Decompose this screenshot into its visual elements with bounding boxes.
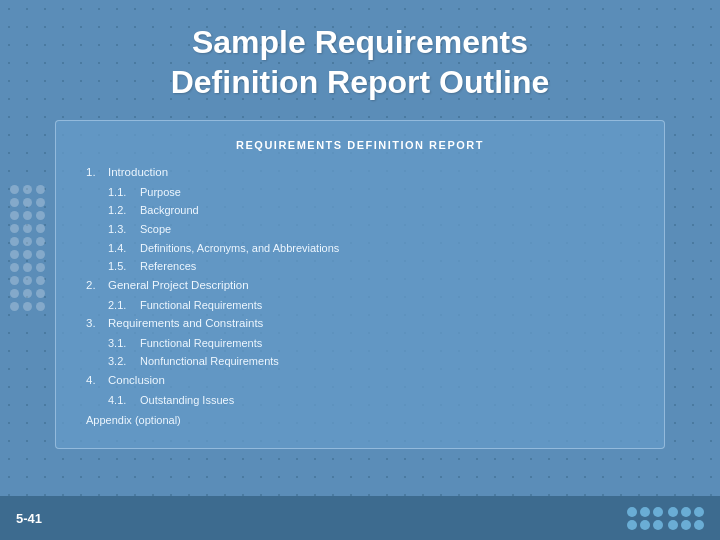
- list-item: 3.2. Nonfunctional Requirements: [86, 352, 634, 371]
- list-item: 4. Conclusion: [86, 371, 634, 391]
- title-line2: Definition Report Outline: [171, 64, 550, 100]
- bottom-right-decoration: [627, 507, 704, 530]
- dot: [694, 507, 704, 517]
- dot: [640, 520, 650, 530]
- document-header: Requirements Definition Report: [86, 139, 634, 151]
- list-item: 1.3. Scope: [86, 220, 634, 239]
- bottom-bar: 5-41: [0, 496, 720, 540]
- list-item: 1.2. Background: [86, 201, 634, 220]
- dot: [694, 520, 704, 530]
- dot-group-2: [668, 507, 704, 530]
- title-area: Sample Requirements Definition Report Ou…: [0, 0, 720, 120]
- dot: [668, 520, 678, 530]
- dot: [640, 507, 650, 517]
- document-card: Requirements Definition Report 1. Introd…: [55, 120, 665, 449]
- list-item: 3.1. Functional Requirements: [86, 334, 634, 353]
- list-item: 2. General Project Description: [86, 276, 634, 296]
- list-item: 4.1. Outstanding Issues: [86, 391, 634, 410]
- title-line1: Sample Requirements: [192, 24, 528, 60]
- slide-number: 5-41: [16, 511, 42, 526]
- dot: [627, 507, 637, 517]
- list-item: 2.1. Functional Requirements: [86, 296, 634, 315]
- slide-title: Sample Requirements Definition Report Ou…: [60, 22, 660, 102]
- dot: [668, 507, 678, 517]
- list-item: 1. Introduction: [86, 163, 634, 183]
- outline-list: 1. Introduction 1.1. Purpose 1.2. Backgr…: [86, 163, 634, 430]
- list-item: 3. Requirements and Constraints: [86, 314, 634, 334]
- main-content: Sample Requirements Definition Report Ou…: [0, 0, 720, 540]
- dot: [627, 520, 637, 530]
- dot: [653, 507, 663, 517]
- dot: [653, 520, 663, 530]
- appendix-item: Appendix (optional): [86, 411, 634, 430]
- list-item: 1.4. Definitions, Acronyms, and Abbrevia…: [86, 239, 634, 258]
- dot: [681, 507, 691, 517]
- left-decoration: [0, 0, 55, 496]
- dot: [681, 520, 691, 530]
- dot-group-1: [627, 507, 663, 530]
- list-item: 1.1. Purpose: [86, 183, 634, 202]
- list-item: 1.5. References: [86, 257, 634, 276]
